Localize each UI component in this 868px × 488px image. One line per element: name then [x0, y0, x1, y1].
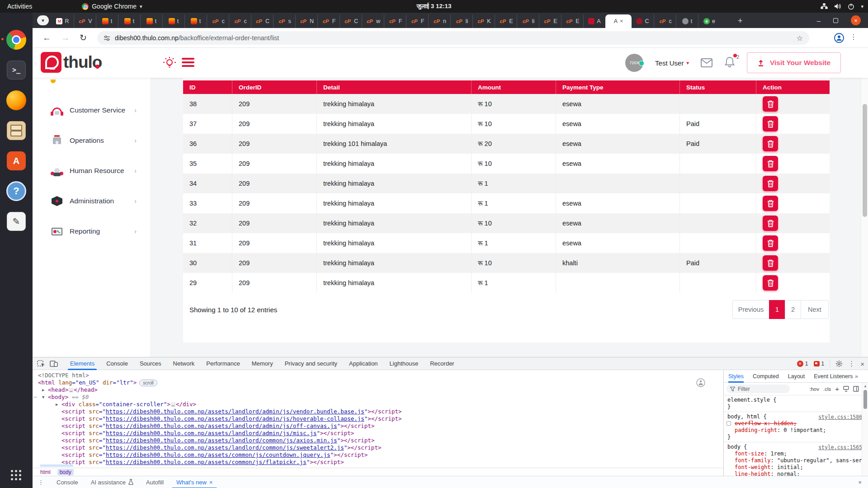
sidebar-item-administration[interactable]: Administration› [33, 192, 150, 210]
dock-item-terminal[interactable]: >_ [5, 59, 27, 81]
tab[interactable]: cPw [362, 14, 384, 28]
toggle-class-button[interactable]: .cls [823, 386, 831, 392]
collapse-arrow-icon[interactable]: ▶ [42, 386, 44, 394]
sidebar-position-icon[interactable] [853, 386, 859, 392]
delete-button[interactable] [763, 196, 778, 211]
toggle-hover-button[interactable]: :hov [809, 386, 819, 392]
tab[interactable]: cPF [384, 14, 406, 28]
devtools-tab-elements[interactable]: Elements [64, 357, 100, 370]
app-menu[interactable]: Google Chrome ▾ [82, 3, 142, 10]
dock-item-firefox[interactable] [5, 89, 27, 111]
drawer-close-icon[interactable]: × [858, 479, 862, 486]
styles-tab-layout[interactable]: Layout [788, 370, 805, 383]
tab[interactable]: cPc [229, 14, 251, 28]
styles-scrollbar[interactable]: ▲ ▼ [862, 383, 868, 488]
drawer-tab-what-s-new[interactable]: What's new× [170, 476, 219, 488]
css-property[interactable]: font-family: "ubuntu-regular", sans-seri… [727, 457, 865, 464]
dock-item-help[interactable]: ? [5, 180, 27, 202]
page-scrollbar[interactable]: ▲ [861, 48, 868, 357]
user-avatar[interactable]: 720X [625, 54, 643, 72]
resource-link[interactable]: https://dibesh00.thulo.com.np/assets/lan… [106, 430, 317, 436]
css-property[interactable]: font-size: 1rem; [727, 450, 865, 457]
resource-link[interactable]: https://dibesh00.thulo.com.np/assets/lan… [106, 444, 344, 451]
browser-menu-icon[interactable]: ⋮ [850, 33, 857, 41]
dock-item-software[interactable]: A [5, 150, 27, 172]
tab[interactable]: t [184, 14, 207, 28]
styles-tab-computed[interactable]: Computed [753, 370, 779, 383]
breadcrumb-body[interactable]: body [57, 469, 74, 475]
devtools-close-icon[interactable]: × [860, 360, 864, 368]
devtools-tab-memory[interactable]: Memory [246, 357, 279, 370]
sidebar-item-customer-service[interactable]: Customer Service› [33, 101, 150, 119]
resource-link[interactable]: https://dibesh00.thulo.com.np/assets/lan… [106, 415, 364, 422]
tab[interactable]: t [96, 14, 118, 28]
issues-badge[interactable]: 1 [814, 361, 825, 367]
delete-button[interactable] [763, 255, 778, 271]
tab[interactable]: t [140, 14, 162, 28]
new-tab-button[interactable]: + [738, 16, 743, 26]
drawer-tab-close-icon[interactable]: × [209, 479, 213, 486]
device-toolbar-icon[interactable] [50, 360, 58, 367]
drawer-tab-ai-assistance[interactable]: AI assistance [85, 476, 140, 488]
styles-tab-event-listeners[interactable]: Event Listeners [814, 370, 853, 383]
devtools-tab-console[interactable]: Console [100, 357, 134, 370]
pagination-page-1[interactable]: 1 [769, 300, 785, 319]
tab[interactable]: cPc [207, 14, 229, 28]
tab-close-icon[interactable]: × [620, 18, 623, 24]
drawer-menu-icon[interactable]: ⋮ [38, 479, 44, 486]
delete-button[interactable] [763, 235, 778, 251]
devtools-tab-performance[interactable]: Performance [200, 357, 245, 370]
restore-button[interactable] [833, 18, 838, 23]
resource-link[interactable]: https://dibesh00.thulo.com.np/assets/lan… [106, 437, 337, 444]
scrollbar-thumb[interactable] [863, 104, 867, 217]
user-menu[interactable]: Test User ▾ [655, 59, 689, 67]
resource-link[interactable]: https://dibesh00.thulo.com.np/assets/lan… [106, 408, 364, 415]
browser-profile-avatar[interactable] [834, 33, 844, 43]
styles-filter-input[interactable]: Filter [726, 385, 790, 393]
mail-icon[interactable] [701, 58, 712, 67]
resource-link[interactable]: https://dibesh00.thulo.com.np/assets/com… [106, 451, 330, 458]
tab[interactable]: cPli [450, 14, 472, 28]
tab[interactable]: cPF [317, 14, 340, 28]
devtools-tab-sources[interactable]: Sources [134, 357, 167, 370]
delete-button[interactable] [763, 96, 778, 112]
rule-selector[interactable]: element.style { [727, 397, 865, 404]
scroll-badge[interactable]: scroll [139, 380, 157, 386]
delete-button[interactable] [763, 176, 778, 191]
back-button[interactable]: ← [42, 33, 51, 43]
css-property[interactable]: overflow-x: hidden; [727, 420, 865, 427]
visit-website-button[interactable]: Visit Your Website [747, 52, 841, 73]
styles-scroll-up-icon[interactable]: ▲ [863, 384, 867, 388]
new-style-rule-button[interactable]: + [835, 385, 839, 393]
drawer-tab-autofill[interactable]: Autofill [140, 476, 170, 488]
sidebar-item-human-resource[interactable]: Human Resource› [33, 162, 150, 180]
devtools-tab-application[interactable]: Application [343, 357, 384, 370]
tab[interactable]: ee [698, 14, 720, 28]
show-applications-button[interactable] [10, 469, 23, 482]
stylesheet-source-link[interactable]: style.css:15658 [818, 444, 865, 450]
collapse-arrow-icon[interactable]: ▶ [56, 401, 58, 408]
delete-button[interactable] [763, 275, 778, 291]
stylesheet-source-link[interactable]: style.css:15862 [818, 414, 865, 420]
site-info-icon[interactable] [104, 35, 110, 41]
minimize-button[interactable]: – [817, 17, 821, 24]
error-badge[interactable]: ✕1 [797, 361, 808, 367]
css-property[interactable]: font-weight: initial; [727, 464, 865, 471]
sidebar-item-reporting[interactable]: Reporting› [33, 222, 150, 240]
address-bar[interactable]: dibesh00.thulo.com.np/backoffice/externa… [97, 31, 809, 45]
close-window-button[interactable]: × [851, 15, 861, 25]
tab[interactable]: cPE [539, 14, 561, 28]
tab[interactable]: t [676, 14, 698, 28]
tab-search-button[interactable]: ▾ [37, 15, 49, 25]
styles-tab-styles[interactable]: Styles [728, 370, 744, 383]
css-property[interactable]: padding-right: 0 !important; [727, 427, 865, 434]
drawer-tab-console[interactable]: Console [50, 476, 85, 488]
forward-button[interactable]: → [61, 33, 70, 43]
tab[interactable]: cPs [273, 14, 295, 28]
reload-button[interactable]: ↻ [80, 33, 87, 43]
delete-button[interactable] [763, 116, 778, 131]
devtools-tab-lighthouse[interactable]: Lighthouse [384, 357, 425, 370]
tab[interactable]: cPK [472, 14, 495, 28]
activities-button[interactable]: Activities [7, 3, 32, 10]
node-menu-icon[interactable]: ⋯ [33, 394, 37, 401]
